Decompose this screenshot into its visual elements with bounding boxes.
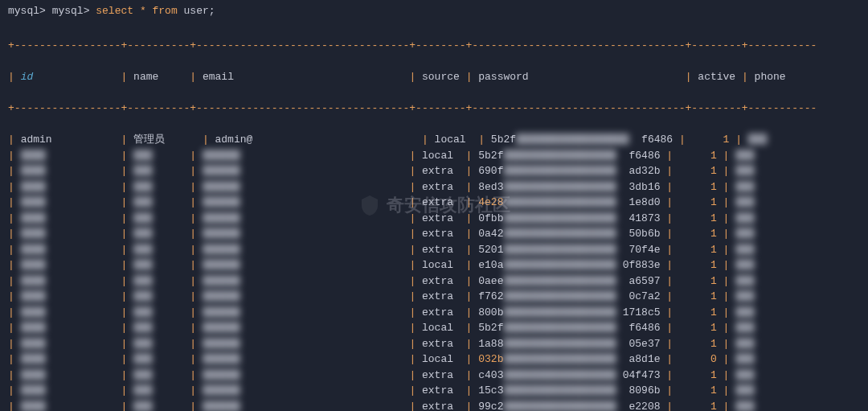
- table-border-mid: +-----------------+----------+----------…: [8, 101, 860, 117]
- table-row: | ████ | ███ | ██████ | extra | 0fbb████…: [8, 211, 860, 227]
- col-header-id: id: [21, 71, 34, 83]
- table-row: | ████ | ███ | ██████ | extra | 800b████…: [8, 305, 860, 321]
- mysql-result-table: +-----------------+----------+----------…: [8, 23, 860, 412]
- col-header-phone: phone: [755, 71, 786, 83]
- table-header-row: | id | name | email | source | password …: [8, 69, 860, 85]
- table-row: | ████ | ███ | ██████ | extra | 5201████…: [8, 242, 860, 258]
- table-row: | ████ | ███ | ██████ | local | 032b████…: [8, 351, 860, 368]
- table-row: | ████ | ███ | ██████ | extra | f762████…: [8, 289, 860, 305]
- col-header-name: name: [133, 71, 158, 83]
- table-row: | ████ | ███ | ██████ | extra | 690f████…: [8, 163, 860, 179]
- table-row: | ████ | ███ | ██████ | extra | 1a88████…: [8, 336, 860, 352]
- table-row: | ████ | ███ | ██████ | local | 5b2f████…: [8, 148, 860, 164]
- mysql-prompt: mysql> mysql> select * from user;: [8, 3, 860, 19]
- table-row: | ████ | ███ | ██████ | local | 5b2f████…: [8, 320, 860, 336]
- table-row: | ████ | ███ | ██████ | extra | 15c3████…: [8, 383, 860, 399]
- table-row: | ████ | ███ | ██████ | extra | 4e28████…: [8, 195, 860, 211]
- col-header-email: email: [203, 71, 234, 83]
- table-row: | ████ | ███ | ██████ | local | e10a████…: [8, 257, 860, 273]
- table-row: | ████ | ███ | ██████ | extra | 0aee████…: [8, 273, 860, 290]
- table-row: | ████ | ███ | ██████ | extra | 0a42████…: [8, 226, 860, 242]
- table-row: | admin | 管理员 | admin@ | local | 5b2f███…: [8, 132, 860, 148]
- table-row: | ████ | ███ | ██████ | extra | 99c2████…: [8, 399, 860, 412]
- table-row: | ████ | ███ | ██████ | extra | 8ed3████…: [8, 179, 860, 195]
- col-header-source: source: [422, 71, 460, 83]
- table-border-top: +-----------------+----------+----------…: [8, 38, 860, 54]
- table-row: | ████ | ███ | ██████ | extra | c403████…: [8, 368, 860, 384]
- col-header-active: active: [698, 71, 735, 83]
- col-header-password: password: [478, 71, 528, 83]
